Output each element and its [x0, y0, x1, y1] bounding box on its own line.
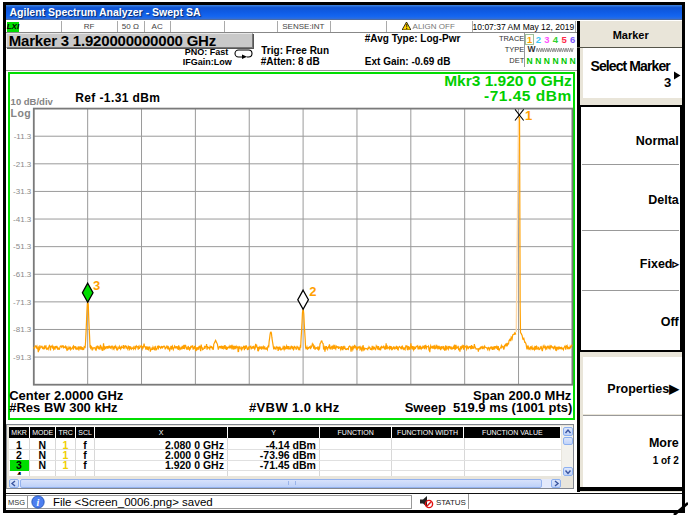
- svg-text:-91.3: -91.3: [13, 352, 32, 361]
- svg-text:-41.3: -41.3: [13, 214, 32, 223]
- svg-text:1: 1: [525, 107, 532, 122]
- svg-text:-81.3: -81.3: [13, 325, 32, 334]
- svg-text:i: i: [37, 497, 40, 508]
- svg-text:-51.3: -51.3: [13, 242, 32, 251]
- svg-text:3: 3: [93, 278, 100, 293]
- svg-text:-61.3: -61.3: [13, 270, 32, 279]
- svg-text:2: 2: [310, 284, 317, 299]
- svg-text:-11.3: -11.3: [14, 132, 32, 141]
- svg-text:-31.3: -31.3: [13, 187, 32, 196]
- svg-text:-71.3: -71.3: [13, 297, 32, 306]
- svg-text:-21.3: -21.3: [13, 159, 32, 168]
